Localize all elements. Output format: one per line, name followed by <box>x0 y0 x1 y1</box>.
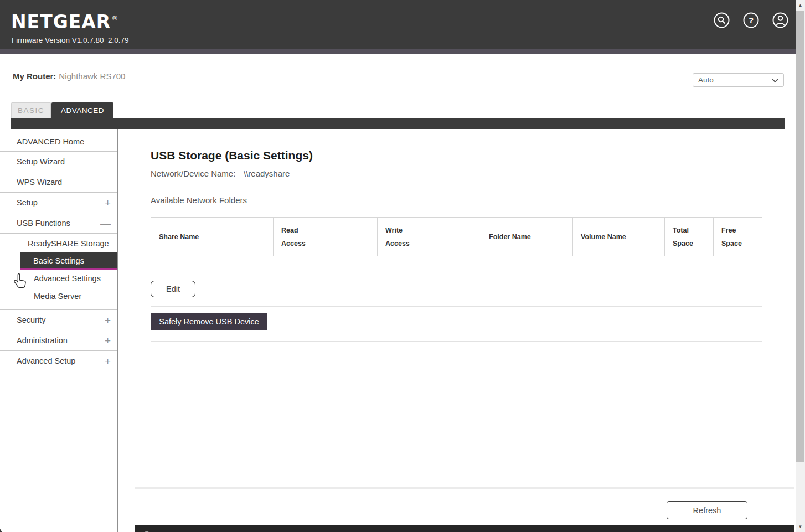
scroll-up-icon[interactable]: ▲ <box>796 1 805 10</box>
sidebar-item-media-server[interactable]: Media Server <box>0 287 117 305</box>
footer-partial-logo <box>143 526 151 532</box>
table-header-free-space: FreeSpace <box>714 218 762 256</box>
refresh-button[interactable]: Refresh <box>667 501 747 519</box>
safely-remove-usb-button[interactable]: Safely Remove USB Device <box>151 313 267 330</box>
scroll-down-icon[interactable]: ▼ <box>796 522 805 531</box>
header-bottom-strip <box>0 49 796 54</box>
sidebar-item-readyshare-storage[interactable]: ReadySHARE Storage <box>0 235 117 252</box>
account-icon[interactable] <box>772 12 788 28</box>
sidebar-item-advanced-home[interactable]: ADVANCED Home <box>0 132 117 152</box>
corner-artifact <box>0 526 7 532</box>
router-model-name: Nighthawk RS700 <box>59 71 125 81</box>
firmware-version: Firmware Version V1.0.7.80_2.0.79 <box>12 36 129 44</box>
sidebar-item-setup[interactable]: Setup + <box>0 193 117 213</box>
header-icons: ? <box>714 12 788 28</box>
tab-advanced[interactable]: ADVANCED <box>51 102 113 118</box>
header: NETGEAR® Firmware Version V1.0.7.80_2.0.… <box>0 0 796 49</box>
sidebar-item-administration[interactable]: Administration + <box>0 330 117 351</box>
table-header-volume-name: Volume Name <box>573 218 665 256</box>
table-header-total-space: TotalSpace <box>665 218 714 256</box>
my-router-label: My Router: <box>13 71 56 81</box>
table-header-read-access: ReadAccess <box>274 218 378 256</box>
divider <box>151 187 762 187</box>
sidebar-item-advanced-settings[interactable]: Advanced Settings <box>0 270 117 287</box>
available-folders-label: Available Network Folders <box>151 195 247 205</box>
edit-button[interactable]: Edit <box>151 281 195 297</box>
device-name-value: \\readyshare <box>244 169 290 178</box>
help-icon[interactable]: ? <box>743 12 759 28</box>
sidebar-item-advanced-setup[interactable]: Advanced Setup + <box>0 351 117 371</box>
table-header-write-access: WriteAccess <box>378 218 481 256</box>
page-title: USB Storage (Basic Settings) <box>151 149 313 162</box>
plus-icon[interactable]: + <box>105 356 111 366</box>
sidebar-item-wps-wizard[interactable]: WPS Wizard <box>0 172 117 193</box>
plus-icon[interactable]: + <box>105 198 111 208</box>
registered-mark: ® <box>111 14 118 22</box>
divider <box>151 306 762 307</box>
chevron-down-icon <box>772 75 778 85</box>
language-select[interactable]: Auto <box>693 73 784 87</box>
search-icon[interactable] <box>714 12 730 28</box>
minus-icon[interactable]: — <box>100 218 111 229</box>
tab-underbar <box>11 118 785 129</box>
netgear-logo: NETGEAR® <box>11 11 118 33</box>
content-bottom-band <box>135 487 794 489</box>
table-header-folder-name: Folder Name <box>481 218 573 256</box>
vertical-scrollbar[interactable]: ▲ ▼ <box>796 0 805 532</box>
table-header-share-name: Share Name <box>151 218 274 256</box>
network-folders-table: Share Name ReadAccess WriteAccess Folder… <box>151 217 762 256</box>
device-name-label: Network/Device Name: <box>151 169 235 178</box>
usb-functions-submenu: ReadySHARE Storage Basic Settings Advanc… <box>0 234 117 310</box>
tab-basic[interactable]: BASIC <box>11 102 51 118</box>
sidebar-item-security[interactable]: Security + <box>0 310 117 330</box>
sidebar-item-usb-functions[interactable]: USB Functions — <box>0 213 117 234</box>
sidebar-item-setup-wizard[interactable]: Setup Wizard <box>0 152 117 172</box>
language-select-value: Auto <box>698 76 714 84</box>
scrollbar-thumb[interactable] <box>796 11 804 462</box>
footer-bar <box>135 525 794 532</box>
plus-icon[interactable]: + <box>105 315 111 326</box>
sidebar-item-basic-settings[interactable]: Basic Settings <box>20 252 117 270</box>
plus-icon[interactable]: + <box>105 335 111 346</box>
my-router-line: My Router:Nighthawk RS700 <box>13 71 125 81</box>
sidebar: ADVANCED Home Setup Wizard WPS Wizard Se… <box>0 129 118 532</box>
divider <box>151 341 762 342</box>
svg-text:?: ? <box>749 16 754 25</box>
